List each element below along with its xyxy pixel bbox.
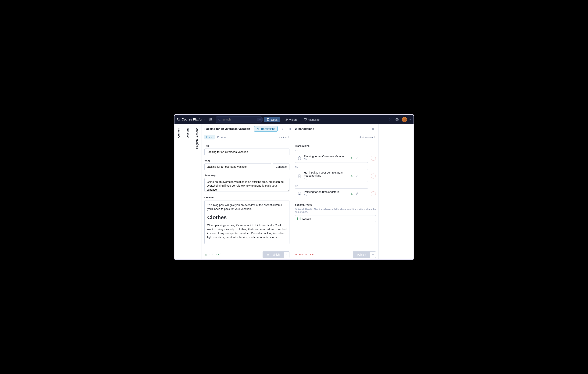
edit-icon[interactable] [355, 191, 360, 196]
document-pane: Packing for an Overseas Vacation Transla… [202, 124, 292, 259]
publish-caret[interactable] [284, 251, 289, 258]
nav-vision[interactable]: Vision [283, 117, 299, 122]
search-input[interactable]: CmdK [216, 116, 262, 123]
close-icon[interactable] [370, 126, 376, 132]
search-icon [218, 118, 221, 121]
split-pane-icon[interactable] [286, 126, 292, 132]
svg-point-10 [366, 129, 366, 130]
document-title: Packing for an Overseas Vacation [204, 127, 250, 130]
more-menu-icon[interactable] [360, 173, 365, 178]
svg-point-20 [363, 192, 363, 193]
more-menu-icon[interactable] [280, 126, 285, 132]
content-editor[interactable]: This blog post will give you an overview… [204, 200, 289, 244]
svg-rect-3 [304, 119, 306, 120]
svg-point-13 [363, 158, 363, 158]
tab-editor[interactable]: Editor [204, 135, 215, 139]
slug-input[interactable] [204, 163, 271, 170]
summary-input[interactable]: Going on an overseas vacation is an exci… [204, 178, 289, 192]
svg-point-15 [299, 174, 300, 176]
layout-icon [267, 118, 270, 121]
svg-point-2 [286, 119, 287, 120]
live-badge: LIVE [309, 253, 316, 256]
svg-point-21 [363, 193, 363, 194]
publish-status: Feb 20 LIVE [295, 253, 316, 256]
app-window: Course Platform CmdK Desk Vision Visuali… [174, 114, 414, 260]
translation-item-nl[interactable]: Het inpakken voor een reis naar het buit… [295, 169, 368, 182]
svg-point-16 [363, 174, 363, 175]
ribbon-icon [297, 173, 302, 178]
open-icon[interactable] [349, 155, 354, 160]
publish-icon [267, 253, 269, 256]
upload-icon [204, 253, 207, 256]
svg-point-18 [363, 176, 363, 177]
remove-button[interactable] [371, 156, 376, 161]
lang-badge: EN [215, 253, 221, 256]
remove-button[interactable] [371, 173, 376, 179]
ribbon-icon [297, 156, 302, 160]
publish-button[interactable]: Publish [353, 251, 370, 258]
open-icon[interactable] [349, 191, 354, 196]
svg-point-9 [366, 128, 366, 129]
svg-point-8 [366, 128, 366, 128]
edit-icon[interactable] [355, 155, 360, 160]
svg-point-5 [282, 128, 283, 129]
title-input[interactable] [204, 149, 289, 155]
checkbox-checked-icon: ✓ [297, 217, 300, 220]
play-icon [295, 254, 297, 256]
translate-icon [256, 127, 260, 130]
lang-code: EN [295, 150, 376, 152]
label-slug: Slug [204, 159, 289, 162]
svg-point-6 [282, 129, 283, 130]
more-menu-icon[interactable] [360, 155, 365, 160]
translations-pane: 3 Translations Latest version Translatio… [292, 124, 379, 259]
nav-visualizer[interactable]: Visualizer [302, 117, 323, 122]
svg-point-4 [282, 128, 283, 128]
edit-icon[interactable] [355, 173, 360, 178]
translation-item-no[interactable]: Pakking for en utenlandsferie NO [295, 188, 368, 198]
svg-rect-1 [267, 119, 269, 121]
search-field[interactable] [222, 118, 255, 121]
label-summary: Summary [204, 174, 289, 177]
more-menu-icon[interactable] [360, 191, 365, 196]
translate-icon [177, 118, 180, 121]
generate-button[interactable]: Generate [273, 163, 289, 170]
more-menu-icon[interactable] [363, 126, 369, 132]
compose-icon[interactable] [208, 117, 213, 122]
svg-point-0 [218, 119, 220, 120]
rail-english-lessons[interactable]: English Lessons [192, 124, 202, 259]
chevron-down-icon[interactable] [409, 118, 411, 121]
sync-status: 21h EN [204, 253, 221, 256]
label-title: Title [204, 144, 289, 147]
top-nav: Course Platform CmdK Desk Vision Visuali… [174, 115, 414, 124]
lang-code: NL [295, 166, 376, 168]
svg-point-11 [299, 156, 300, 158]
svg-point-22 [363, 194, 363, 194]
svg-point-19 [299, 192, 300, 194]
schema-types-hint: Optional: Used to filter the reference f… [295, 208, 376, 213]
translations-title: 3 Translations [295, 127, 314, 130]
latest-version-selector[interactable]: Latest version [357, 136, 376, 139]
schema-type-lesson[interactable]: ✓ Lesson [295, 215, 376, 222]
translations-button[interactable]: Translations [254, 126, 278, 132]
brand[interactable]: Course Platform [177, 118, 205, 121]
rail-lessons[interactable]: Lessons [183, 124, 192, 259]
nav-desk[interactable]: Desk [264, 117, 280, 122]
publish-caret[interactable] [370, 251, 376, 258]
rail-content[interactable]: Content [174, 124, 183, 259]
eye-icon [285, 118, 288, 121]
schema-types-label: Schema Types [295, 203, 376, 206]
presentation-icon [304, 118, 307, 121]
remove-button[interactable] [371, 191, 376, 196]
open-icon[interactable] [349, 173, 354, 178]
package-icon[interactable] [394, 117, 400, 122]
brand-text: Course Platform [182, 118, 205, 121]
translation-item-en[interactable]: Packing for an Overseas Vacation EN [295, 153, 368, 163]
svg-point-12 [363, 157, 363, 157]
tab-preview[interactable]: Preview [215, 135, 228, 139]
version-selector[interactable]: version [278, 136, 289, 139]
label-content: Content [204, 196, 289, 199]
svg-point-17 [363, 175, 363, 176]
notification-count[interactable]: 0 [389, 118, 392, 121]
publish-button[interactable]: Publish [262, 251, 284, 258]
avatar[interactable] [402, 117, 407, 122]
